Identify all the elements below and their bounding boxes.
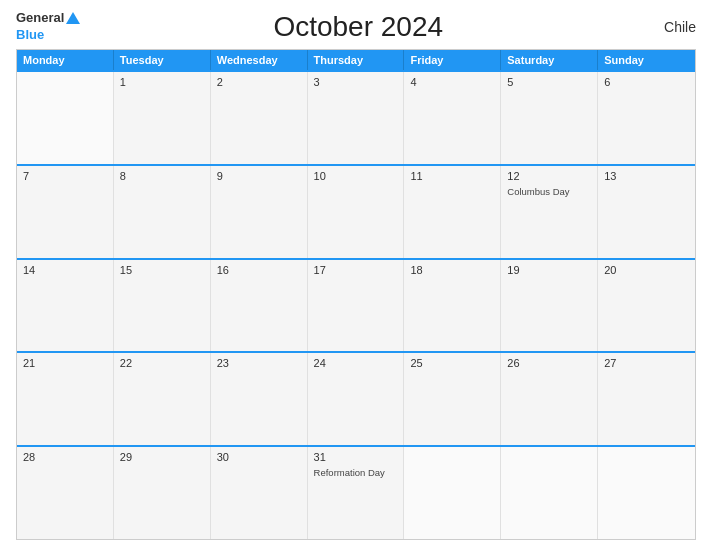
cell-w1-fri: 4 bbox=[404, 72, 501, 164]
cell-w5-mon: 28 bbox=[17, 447, 114, 539]
cell-w5-thu: 31 Reformation Day bbox=[308, 447, 405, 539]
header-wednesday: Wednesday bbox=[211, 50, 308, 70]
cell-w3-sun: 20 bbox=[598, 260, 695, 352]
cell-w2-sat: 12 Columbus Day bbox=[501, 166, 598, 258]
logo: General Blue bbox=[16, 10, 80, 43]
cell-w2-sun: 13 bbox=[598, 166, 695, 258]
calendar-body: 1 2 3 4 5 6 bbox=[17, 70, 695, 539]
cell-w4-fri: 25 bbox=[404, 353, 501, 445]
logo-general: General bbox=[16, 10, 64, 25]
header: General Blue October 2024 Chile bbox=[16, 10, 696, 43]
cell-w4-thu: 24 bbox=[308, 353, 405, 445]
cell-w3-thu: 17 bbox=[308, 260, 405, 352]
cell-w4-tue: 22 bbox=[114, 353, 211, 445]
calendar-title: October 2024 bbox=[80, 11, 636, 43]
cell-w1-tue: 1 bbox=[114, 72, 211, 164]
cell-w3-sat: 19 bbox=[501, 260, 598, 352]
logo-triangle-icon bbox=[66, 12, 80, 24]
cell-w4-sun: 27 bbox=[598, 353, 695, 445]
cell-w1-sat: 5 bbox=[501, 72, 598, 164]
cell-w5-sat bbox=[501, 447, 598, 539]
week-5: 28 29 30 31 Reformation Day bbox=[17, 445, 695, 539]
cell-w3-wed: 16 bbox=[211, 260, 308, 352]
cell-w1-wed: 2 bbox=[211, 72, 308, 164]
cell-w1-mon bbox=[17, 72, 114, 164]
header-tuesday: Tuesday bbox=[114, 50, 211, 70]
week-4: 21 22 23 24 25 26 27 bbox=[17, 351, 695, 445]
cell-w5-sun bbox=[598, 447, 695, 539]
cell-w2-fri: 11 bbox=[404, 166, 501, 258]
cell-w1-thu: 3 bbox=[308, 72, 405, 164]
week-2: 7 8 9 10 11 12 Columbus Day bbox=[17, 164, 695, 258]
logo-blue: Blue bbox=[16, 27, 44, 42]
cell-w5-tue: 29 bbox=[114, 447, 211, 539]
cell-w5-fri bbox=[404, 447, 501, 539]
cell-w2-thu: 10 bbox=[308, 166, 405, 258]
cell-w3-tue: 15 bbox=[114, 260, 211, 352]
country-label: Chile bbox=[636, 19, 696, 35]
cell-w4-wed: 23 bbox=[211, 353, 308, 445]
cell-w4-mon: 21 bbox=[17, 353, 114, 445]
cell-w3-fri: 18 bbox=[404, 260, 501, 352]
header-monday: Monday bbox=[17, 50, 114, 70]
cell-w4-sat: 26 bbox=[501, 353, 598, 445]
cell-w1-sun: 6 bbox=[598, 72, 695, 164]
header-friday: Friday bbox=[404, 50, 501, 70]
calendar: Monday Tuesday Wednesday Thursday Friday… bbox=[16, 49, 696, 540]
cell-w2-wed: 9 bbox=[211, 166, 308, 258]
week-1: 1 2 3 4 5 6 bbox=[17, 70, 695, 164]
cell-w2-tue: 8 bbox=[114, 166, 211, 258]
calendar-header: Monday Tuesday Wednesday Thursday Friday… bbox=[17, 50, 695, 70]
week-3: 14 15 16 17 18 19 20 bbox=[17, 258, 695, 352]
cell-w3-mon: 14 bbox=[17, 260, 114, 352]
header-saturday: Saturday bbox=[501, 50, 598, 70]
cell-w2-mon: 7 bbox=[17, 166, 114, 258]
header-sunday: Sunday bbox=[598, 50, 695, 70]
cell-w5-wed: 30 bbox=[211, 447, 308, 539]
header-thursday: Thursday bbox=[308, 50, 405, 70]
page: General Blue October 2024 Chile Monday T… bbox=[0, 0, 712, 550]
